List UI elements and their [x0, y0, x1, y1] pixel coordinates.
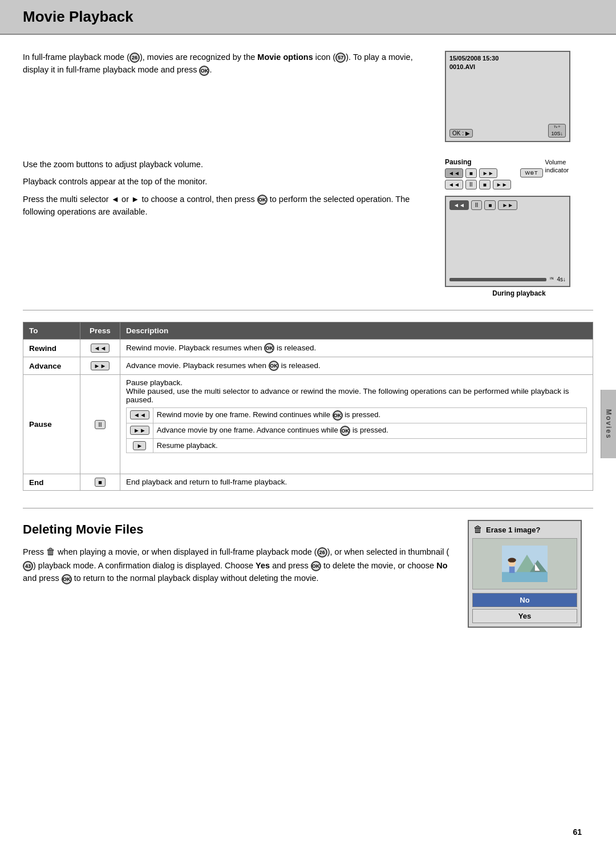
- during-controls: ◄◄ II ■ ►►: [446, 197, 569, 216]
- pause-sub-icon-3: ►: [127, 439, 153, 453]
- dialog-option-no[interactable]: No: [472, 593, 577, 607]
- row-end-press: ■: [80, 474, 120, 491]
- pause-sub-desc-3: Resume playback.: [153, 439, 586, 453]
- row-rewind-label: Rewind: [23, 340, 80, 357]
- volume-group: W⊛T Volume indicator: [520, 158, 569, 191]
- icon-end: ■: [95, 478, 106, 487]
- pause-inner-body: ◄◄ Rewind movie by one frame. Rewind con…: [127, 408, 587, 453]
- delete-section: Deleting Movie Files Press 🗑 when playin…: [23, 520, 593, 628]
- btn-rewind: ◄◄: [445, 168, 463, 178]
- during-btn-ff: ►►: [498, 200, 517, 210]
- during-playback-screen: ◄◄ II ■ ►► ᴵᴺ 4s↓: [445, 196, 570, 287]
- trash-icon-inline: 🗑: [46, 547, 55, 556]
- playback-labels: Pausing ◄◄ ■ ►► ◄◄ II ■ ►► W⊛T: [445, 158, 593, 191]
- btn-stop2: ■: [479, 180, 491, 189]
- icon-frame-advance: ►►: [130, 426, 149, 435]
- ok-icon-2: OK: [257, 195, 268, 205]
- during-btn-ii: II: [471, 200, 483, 210]
- table-row: Advance ►► Advance movie. Playback resum…: [23, 357, 593, 375]
- volume-header: W⊛T Volume indicator: [520, 158, 569, 177]
- table-header: To Press Description: [23, 322, 593, 340]
- during-playback-label: During playback: [445, 289, 593, 297]
- ok-icon-frame-rew: OK: [333, 410, 343, 421]
- delete-dialog: 🗑 Erase 1 image?: [468, 520, 582, 628]
- delete-desc: Press 🗑 when playing a movie, or when di…: [23, 545, 451, 585]
- pause-row-2: ◄◄ II ■ ►►: [445, 180, 511, 189]
- table-row: ►► Advance movie by one frame. Advance c…: [127, 423, 587, 439]
- intro-text: In full-frame playback mode (26), movies…: [23, 51, 428, 146]
- icon-ref-1: 26: [129, 53, 140, 63]
- screen-filename: 0010.AVI: [449, 63, 566, 71]
- pause-inner-table: ◄◄ Rewind movie by one frame. Rewind con…: [126, 407, 587, 453]
- icon-resume: ►: [133, 441, 146, 450]
- ok-icon-advance: OK: [269, 361, 279, 371]
- icon-rewind: ◄◄: [91, 344, 110, 353]
- icon-advance: ►►: [91, 361, 110, 370]
- progress-bar: [449, 278, 546, 281]
- dialog-option-yes[interactable]: Yes: [472, 609, 577, 623]
- bold-movie-options: Movie options: [257, 53, 313, 62]
- pause-sub-icon-1: ◄◄: [127, 408, 153, 423]
- pause-sub-desc-2: Advance movie by one frame. Advance cont…: [153, 423, 586, 439]
- middle-p3: Press the multi selector ◄ or ► to choos…: [23, 193, 428, 219]
- bold-no: No: [436, 561, 447, 570]
- row-rewind-desc: Rewind movie. Playback resumes when OK i…: [120, 340, 593, 357]
- row-rewind-press: ◄◄: [80, 340, 120, 357]
- dialog-trash-icon: 🗑: [473, 524, 483, 535]
- icon-pause: II: [95, 420, 105, 429]
- table-body: Rewind ◄◄ Rewind movie. Playback resumes…: [23, 340, 593, 491]
- middle-section: Use the zoom buttons to adjust playback …: [23, 158, 593, 297]
- main-content: In full-frame playback mode (26), movies…: [0, 35, 616, 644]
- tv-sub: 10S↓: [551, 131, 563, 136]
- table-row: ► Resume playback.: [127, 439, 587, 453]
- btn-rew2: ◄◄: [445, 180, 463, 189]
- dialog-image: [472, 538, 577, 589]
- middle-text-block: Use the zoom buttons to adjust playback …: [23, 158, 428, 297]
- btn-ff: ►►: [479, 168, 497, 178]
- icon-ref-43: 43: [23, 561, 33, 571]
- during-row-1: ◄◄ II ■ ►►: [449, 200, 566, 210]
- ok-icon-rewind: OK: [264, 343, 274, 353]
- delete-dialog-panel: 🗑 Erase 1 image?: [468, 520, 593, 628]
- top-section: In full-frame playback mode (26), movies…: [23, 51, 593, 146]
- ok-icon-frame-adv: OK: [340, 426, 350, 436]
- btn-ff2: ►►: [493, 180, 511, 189]
- row-advance-label: Advance: [23, 357, 80, 375]
- page-header: Movie Playback: [0, 0, 616, 35]
- camera-screen-bottom: OK : ▶ ᵀᵛ° 10S↓: [449, 124, 566, 138]
- ok-play-btn: OK : ▶: [449, 129, 473, 138]
- row-end-label: End: [23, 474, 80, 491]
- camera-screen-info: 15/05/2008 15:30 0010.AVI: [446, 52, 569, 74]
- table-row: Rewind ◄◄ Rewind movie. Playback resumes…: [23, 340, 593, 357]
- icon-ref-26b: 26: [317, 547, 327, 558]
- intro-p1: In full-frame playback mode (26), movies…: [23, 51, 428, 76]
- divider-2: [23, 508, 593, 508]
- ok-icon-cancel: OK: [62, 574, 72, 584]
- side-tab-movies: Movies: [601, 390, 616, 458]
- ok-icon-delete: OK: [311, 561, 321, 571]
- divider-1: [23, 310, 593, 310]
- screen-date: 15/05/2008 15:30: [449, 54, 566, 63]
- col-to: To: [23, 322, 80, 340]
- dialog-title: Erase 1 image?: [486, 526, 540, 534]
- icon-frame-rewind: ◄◄: [130, 410, 149, 419]
- page-number: 61: [573, 827, 582, 837]
- tv-icon: ᵀᵛ° 10S↓: [548, 124, 566, 138]
- delete-title: Deleting Movie Files: [23, 520, 451, 539]
- table-row: ◄◄ Rewind movie by one frame. Rewind con…: [127, 408, 587, 423]
- middle-p2: Playback controls appear at the top of t…: [23, 175, 428, 188]
- during-btn-stop: ■: [484, 200, 496, 210]
- row-end-desc: End playback and return to full-frame pl…: [120, 474, 593, 491]
- volume-btn: W⊛T: [520, 168, 543, 177]
- svg-rect-3: [502, 572, 548, 582]
- pause-row-1: ◄◄ ■ ►►: [445, 168, 511, 178]
- btn-pause: II: [465, 180, 477, 189]
- volume-label: Volume indicator: [545, 158, 569, 175]
- middle-p1: Use the zoom buttons to adjust playback …: [23, 158, 428, 171]
- row-pause-press: II: [80, 375, 120, 474]
- svg-rect-8: [509, 567, 515, 573]
- tv-label: ᵀᵛ°: [551, 125, 563, 131]
- pausing-group: Pausing ◄◄ ■ ►► ◄◄ II ■ ►►: [445, 158, 511, 191]
- pause-sub-desc-1: Rewind movie by one frame. Rewind contin…: [153, 408, 586, 423]
- ok-icon-1: OK: [199, 66, 209, 76]
